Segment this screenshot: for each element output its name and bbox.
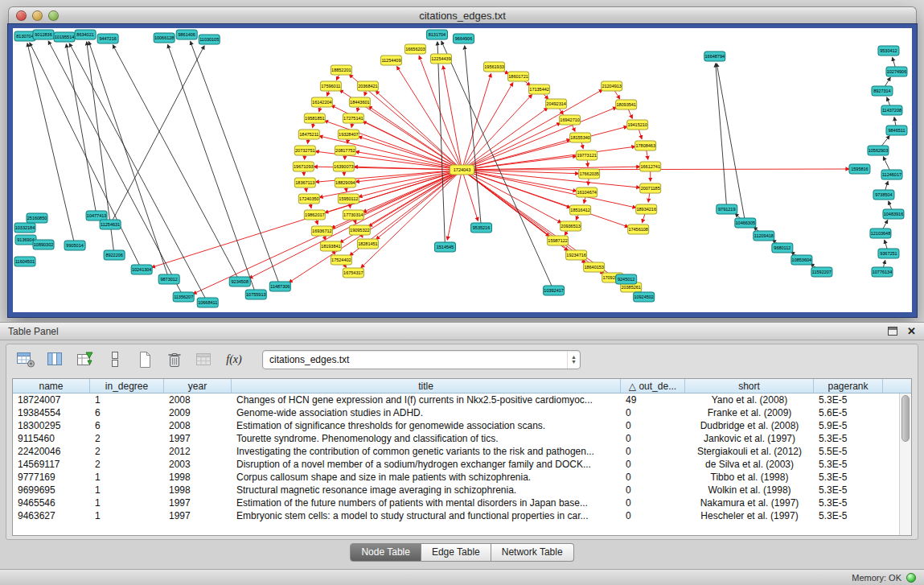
graph-node[interactable]: 11246017 (881, 170, 902, 179)
citation-edge-red[interactable] (361, 170, 462, 268)
graph-node[interactable]: 16104674 (577, 187, 598, 197)
citation-edge-black[interactable] (716, 64, 727, 209)
graph-node[interactable]: 20368421 (357, 81, 378, 91)
delete-column-icon[interactable] (163, 349, 186, 370)
graph-node[interactable]: 18516412 (570, 205, 591, 215)
column-header-pagerank[interactable]: pagerank (814, 379, 883, 393)
graph-node[interactable]: 9664906 (453, 34, 474, 43)
column-header-out_degree[interactable]: △ out_de... (621, 379, 685, 393)
graph-node[interactable]: 9680112 (772, 243, 793, 253)
scrollbar-thumb[interactable] (901, 395, 910, 442)
column-header-year[interactable]: year (164, 379, 232, 393)
citation-edge-black[interactable] (113, 45, 240, 282)
graph-node[interactable]: 10924502 (634, 292, 655, 302)
graph-node[interactable]: 17596011 (320, 81, 341, 91)
graph-node[interactable]: 15987122 (548, 236, 569, 245)
column-header-title[interactable]: title (232, 379, 621, 393)
graph-node[interactable]: 17275141 (343, 113, 363, 123)
graph-node[interactable]: 10241304 (131, 265, 152, 274)
minimize-button[interactable] (32, 10, 43, 21)
graph-node[interactable]: 11487306 (269, 282, 290, 291)
graph-node[interactable]: 18601721 (508, 72, 529, 81)
table-row[interactable]: 2242004622012Investigating the contribut… (13, 445, 911, 458)
graph-node[interactable]: 10853604 (791, 255, 812, 265)
graph-node[interactable]: 16648794 (704, 51, 725, 61)
graph-node[interactable]: 9846511 (886, 126, 907, 135)
table-row[interactable]: 1830029562008Estimation of significance … (13, 419, 911, 432)
graph-node[interactable]: 8927314 (872, 86, 893, 96)
graph-node[interactable]: 18443601 (349, 97, 370, 107)
citation-edge-black[interactable] (191, 41, 281, 286)
graph-node[interactable]: 9245012 (616, 274, 637, 284)
zoom-button[interactable] (48, 10, 59, 21)
citation-edge-red[interactable] (368, 106, 462, 170)
graph-node[interactable]: 9873012 (158, 274, 179, 284)
graph-node[interactable]: 9447216 (97, 34, 118, 43)
graph-node[interactable]: 18281451 (357, 239, 378, 249)
graph-node[interactable]: 20732751 (294, 146, 315, 155)
graph-node[interactable]: 8922206 (104, 250, 125, 260)
column-header-in_degree[interactable]: in_degree (90, 379, 164, 393)
graph-node[interactable]: 10066128 (154, 33, 175, 43)
tab-node-table[interactable]: Node Table (350, 543, 421, 562)
graph-node[interactable]: 19561933 (484, 62, 505, 72)
graph-node[interactable]: 17135442 (529, 84, 550, 94)
close-panel-icon[interactable]: ✕ (907, 326, 916, 336)
import-table-icon[interactable] (74, 349, 97, 370)
citation-edge-red[interactable] (376, 170, 462, 239)
vertical-scrollbar[interactable] (899, 393, 911, 535)
graph-node[interactable]: 11254631 (100, 220, 121, 229)
graph-node[interactable]: 10332184 (14, 223, 35, 233)
graph-node[interactable]: 18852201 (331, 65, 351, 75)
citation-edge-black[interactable] (30, 43, 142, 270)
citation-edge-black[interactable] (717, 64, 745, 223)
graph-node[interactable]: 17456108 (628, 225, 649, 234)
citation-edge-red[interactable] (359, 137, 462, 170)
graph-node[interactable]: 18475211 (298, 130, 319, 139)
graph-node[interactable]: 10466305 (735, 218, 756, 228)
graph-node[interactable]: 9530412 (878, 46, 899, 56)
graph-node[interactable]: 19095322 (349, 225, 370, 235)
table-row[interactable]: 969969511998Structural magnetic resonanc… (13, 484, 911, 496)
citation-edge-black[interactable] (66, 44, 97, 216)
graph-node[interactable]: 20817752 (335, 146, 355, 155)
row-height-icon[interactable] (104, 349, 126, 370)
graph-node[interactable]: 11254409 (380, 56, 401, 65)
graph-node[interactable]: 8130704 (14, 31, 35, 41)
graph-node[interactable]: 16936712 (311, 226, 332, 236)
tab-network-table[interactable]: Network Table (491, 543, 574, 562)
merge-table-icon[interactable] (193, 349, 216, 370)
graph-node[interactable]: 21204913 (602, 81, 622, 91)
graph-node[interactable]: 12103648 (870, 229, 891, 238)
citation-edge-red[interactable] (363, 170, 462, 212)
graph-node[interactable]: 18155340 (570, 133, 591, 142)
graph-node[interactable]: 9791219 (717, 204, 737, 214)
graph-node[interactable]: 20492314 (546, 99, 567, 109)
graph-node[interactable]: 19415210 (627, 120, 648, 130)
citation-edge-black[interactable] (110, 46, 204, 225)
function-builder-icon[interactable]: f(x) (223, 349, 245, 370)
window-titlebar[interactable]: citations_edges.txt (8, 6, 917, 24)
graph-node[interactable]: 12254439 (430, 54, 451, 64)
graph-node[interactable]: 10477413 (86, 211, 107, 220)
graph-node[interactable]: 25160850 (27, 213, 47, 223)
graph-node[interactable]: 10195514 (54, 32, 75, 42)
graph-node[interactable]: 8634021 (75, 30, 96, 39)
graph-node[interactable]: 11209418 (754, 231, 774, 241)
graph-node[interactable]: 19773121 (577, 150, 598, 160)
graph-node[interactable]: 17730314 (343, 210, 363, 220)
table-row[interactable]: 1456911722003Disruption of a novel membe… (13, 458, 911, 471)
citation-edge-red[interactable] (369, 170, 462, 226)
graph-node[interactable]: 17524402 (331, 255, 351, 265)
graph-node[interactable]: 11030105 (199, 35, 220, 44)
network-canvas[interactable]: 1724043188522011759601116142204195818511… (13, 28, 912, 312)
citation-edge-red[interactable] (462, 83, 512, 170)
graph-node[interactable]: 9535216 (471, 223, 492, 233)
citation-edge-black[interactable] (465, 46, 482, 228)
graph-node[interactable]: 19328407 (338, 130, 359, 139)
graph-node[interactable]: 9738504 (873, 190, 894, 200)
float-panel-icon[interactable] (888, 327, 897, 336)
graph-node[interactable]: 10890302 (33, 240, 54, 249)
graph-node[interactable]: 16656203 (405, 44, 425, 54)
graph-node[interactable]: 19671093 (293, 162, 314, 171)
